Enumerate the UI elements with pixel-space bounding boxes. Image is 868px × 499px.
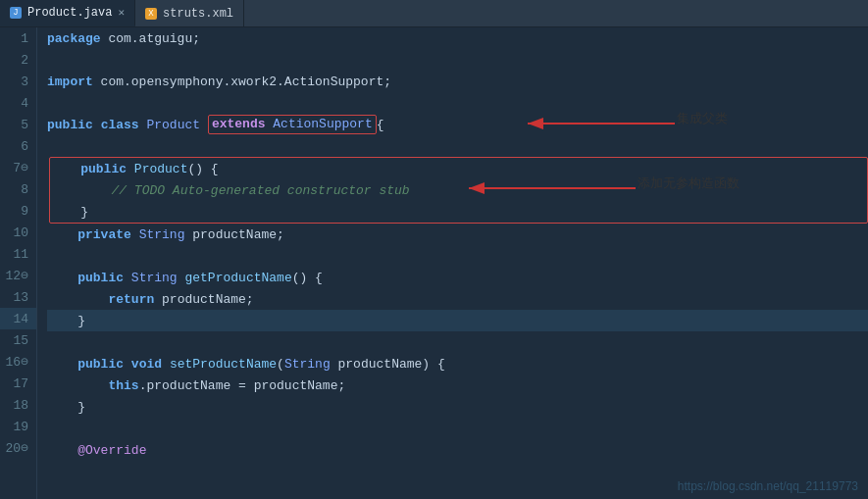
line-num-15: 15 [0,329,36,351]
line-num-5: 5 [0,114,36,135]
code-line-14: } [47,310,868,331]
watermark: https://blog.csdn.net/qq_21119773 [678,479,858,493]
code-area[interactable]: package com.atguigu; import com.opensymp… [37,27,868,499]
line-num-20: 20⊖ [0,437,36,459]
line-num-13: 13 [0,286,36,308]
code-line-18: } [47,396,868,418]
line-num-19: 19 [0,416,36,437]
line-num-18: 18 [0,394,36,416]
code-line-12: public String getProductName() { [47,267,868,288]
code-line-13: return productName; [47,288,868,310]
code-line-1: package com.atguigu; [47,27,868,49]
code-line-5: public class Product extends ActionSuppo… [47,114,868,135]
line-num-12: 12⊖ [0,265,36,286]
gutter: 1 2 3 4 5 6 7⊖ 8 9 10 11 12⊖ 13 14 15 16… [0,27,37,499]
line-num-4: 4 [0,92,36,114]
line-num-16: 16⊖ [0,351,36,373]
code-line-3: import com.opensymphony.xwork2.ActionSup… [47,71,868,92]
line-num-17: 17 [0,373,36,394]
line-num-1: 1 [0,27,36,49]
tab-close-product[interactable]: ✕ [118,6,125,19]
code-line-6 [47,135,868,157]
line-num-7: 7⊖ [0,157,36,178]
line-num-8: 8 [0,178,36,200]
code-line-19 [47,418,868,439]
code-line-20: @Override [47,439,868,461]
code-block-constructor: public Product() { // TODO Auto-generate… [49,157,868,224]
tab-label-product: Product.java [27,6,112,20]
tab-icon-xml: X [145,8,157,20]
line-num-10: 10 [0,222,36,243]
tab-label-struts: struts.xml [163,7,233,21]
code-line-11 [47,245,868,267]
code-line-9: } [50,201,867,223]
line-num-6: 6 [0,135,36,157]
editor-container: 1 2 3 4 5 6 7⊖ 8 9 10 11 12⊖ 13 14 15 16… [0,27,868,499]
code-line-15 [47,331,868,353]
line-num-14: 14 [0,308,36,329]
code-line-4 [47,92,868,114]
code-line-10: private String productName; [47,224,868,245]
code-line-17: this.productName = productName; [47,374,868,396]
code-line-16: public void setProductName(String produc… [47,353,868,374]
tab-product-java[interactable]: J Product.java ✕ [0,0,135,26]
tab-icon-java: J [10,7,22,19]
line-num-9: 9 [0,200,36,222]
line-num-11: 11 [0,243,36,265]
tab-bar: J Product.java ✕ X struts.xml [0,0,868,27]
tab-struts-xml[interactable]: X struts.xml [135,0,244,26]
line-num-2: 2 [0,49,36,71]
code-line-2 [47,49,868,71]
line-num-3: 3 [0,71,36,92]
code-line-8: // TODO Auto-generated constructor stub [50,179,867,201]
code-line-7: public Product() { [50,158,867,179]
